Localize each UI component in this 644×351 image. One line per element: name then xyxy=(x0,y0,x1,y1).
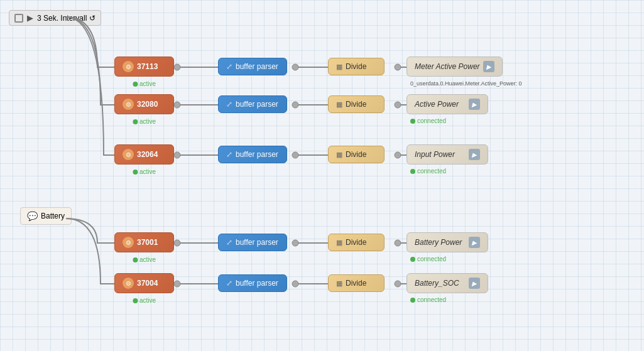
source-id-32080: 32080 xyxy=(137,100,158,109)
gear-icon-32064: ⚙ xyxy=(123,149,134,160)
output-label-battery-power: Battery Power xyxy=(415,238,462,247)
status-row-32064: active xyxy=(133,168,156,175)
buffer-label-3: buffer parser xyxy=(236,150,278,159)
status-text-37113: active xyxy=(139,80,156,87)
divide-node-3[interactable]: ▦ Divide xyxy=(328,146,385,163)
output-arrow-icon-2: ▶ xyxy=(469,99,480,110)
buffer-parser-3[interactable]: ⤢ buffer parser xyxy=(218,146,287,163)
status-row-37004: active xyxy=(133,297,156,304)
divide-node-2[interactable]: ▦ Divide xyxy=(328,95,385,113)
square-icon xyxy=(14,14,23,23)
gear-icon-37004: ⚙ xyxy=(123,278,134,289)
battery-comment-node: 💬 Battery xyxy=(20,207,72,225)
connected-dot-2 xyxy=(410,119,415,124)
expand-icon-3: ⤢ xyxy=(226,150,232,159)
divide-label-2: Divide xyxy=(346,100,366,109)
connected-text-2: connected xyxy=(417,117,446,124)
connected-status-5: connected xyxy=(410,296,446,303)
wire-canvas xyxy=(0,0,644,351)
comment-icon: 💬 xyxy=(27,211,38,221)
buffer-label-1: buffer parser xyxy=(236,62,278,71)
output-subtext-meter: 0_userdata.0.Huawei.Meter.Active_Power: … xyxy=(410,80,522,87)
gear-icon-32080: ⚙ xyxy=(123,99,134,110)
status-dot-37001 xyxy=(133,257,138,262)
connected-text-3: connected xyxy=(417,168,446,175)
status-row-32080: active xyxy=(133,118,156,125)
status-text-32064: active xyxy=(139,168,156,175)
divide-node-4[interactable]: ▦ Divide xyxy=(328,234,385,251)
output-label-meter-active: Meter Active Power xyxy=(415,62,480,71)
table-icon-5: ▦ xyxy=(336,279,342,288)
connected-dot-4 xyxy=(410,257,415,262)
expand-icon-2: ⤢ xyxy=(226,100,232,109)
table-icon-4: ▦ xyxy=(336,239,342,247)
output-arrow-icon-3: ▶ xyxy=(469,149,480,160)
gear-icon-37001: ⚙ xyxy=(123,237,134,248)
gear-icon: ⚙ xyxy=(123,61,134,72)
buffer-label-4: buffer parser xyxy=(236,238,278,247)
status-dot-37004 xyxy=(133,298,138,303)
buffer-label-2: buffer parser xyxy=(236,100,278,109)
table-icon-3: ▦ xyxy=(336,151,342,159)
buffer-parser-1[interactable]: ⤢ buffer parser xyxy=(218,58,287,75)
connected-status-3: connected xyxy=(410,168,446,175)
status-text-37004: active xyxy=(139,297,156,304)
source-id-37004: 37004 xyxy=(137,279,158,288)
status-dot-32064 xyxy=(133,170,138,175)
source-node-37004[interactable]: ⚙ 37004 active xyxy=(114,273,174,293)
expand-icon-4: ⤢ xyxy=(226,238,232,247)
battery-label: Battery xyxy=(41,212,65,220)
output-node-battery-soc[interactable]: Battery_SOC ▶ xyxy=(407,273,488,293)
source-node-37001[interactable]: ⚙ 37001 active xyxy=(114,232,174,252)
source-node-32080[interactable]: ⚙ 32080 active xyxy=(114,94,174,114)
divide-node-5[interactable]: ▦ Divide xyxy=(328,274,385,292)
status-row-37001: active xyxy=(133,256,156,263)
output-node-input-power[interactable]: Input Power ▶ xyxy=(407,144,488,165)
output-node-battery-power[interactable]: Battery Power ▶ xyxy=(407,232,488,252)
connected-text-5: connected xyxy=(417,296,446,303)
divide-label-5: Divide xyxy=(346,279,366,288)
output-label-input-power: Input Power xyxy=(415,150,455,159)
source-id-37001: 37001 xyxy=(137,238,158,247)
status-dot-32080 xyxy=(133,119,138,124)
expand-icon-5: ⤢ xyxy=(226,279,232,288)
table-icon-1: ▦ xyxy=(336,63,342,71)
connected-dot-5 xyxy=(410,298,415,303)
status-text-37001: active xyxy=(139,256,156,263)
status-row-37113: active xyxy=(133,80,156,87)
source-node-37113[interactable]: ⚙ 37113 active xyxy=(114,57,174,77)
buffer-parser-4[interactable]: ⤢ buffer parser xyxy=(218,234,287,251)
output-arrow-icon-5: ▶ xyxy=(469,278,480,289)
status-dot xyxy=(133,82,138,87)
source-id-37113: 37113 xyxy=(137,62,158,71)
interval-node[interactable]: ▶ 3 Sek. Intervall ↺ xyxy=(9,10,101,26)
output-label-active-power: Active Power xyxy=(415,100,459,109)
output-node-active-power[interactable]: Active Power ▶ xyxy=(407,94,488,114)
status-text-32080: active xyxy=(139,118,156,125)
connected-status-2: connected xyxy=(410,117,446,124)
interval-label: 3 Sek. Intervall ↺ xyxy=(37,14,96,23)
expand-icon: ⤢ xyxy=(226,62,232,71)
source-id-32064: 32064 xyxy=(137,150,158,159)
buffer-parser-5[interactable]: ⤢ buffer parser xyxy=(218,274,287,292)
output-arrow-icon: ▶ xyxy=(483,61,494,72)
output-label-battery-soc: Battery_SOC xyxy=(415,279,459,288)
connected-status-4: connected xyxy=(410,256,446,262)
divide-label-3: Divide xyxy=(346,150,366,159)
divide-label-4: Divide xyxy=(346,238,366,247)
table-icon-2: ▦ xyxy=(336,100,342,109)
divide-node-1[interactable]: ▦ Divide xyxy=(328,58,385,75)
buffer-label-5: buffer parser xyxy=(236,279,278,288)
source-node-32064[interactable]: ⚙ 32064 active xyxy=(114,144,174,165)
divide-label-1: Divide xyxy=(346,62,366,71)
connected-dot-3 xyxy=(410,169,415,174)
buffer-parser-2[interactable]: ⤢ buffer parser xyxy=(218,95,287,113)
output-node-meter-active[interactable]: Meter Active Power ▶ xyxy=(407,57,503,77)
output-arrow-icon-4: ▶ xyxy=(469,237,480,248)
connected-text-4: connected xyxy=(417,256,446,262)
arrow-right-icon: ▶ xyxy=(27,13,33,23)
